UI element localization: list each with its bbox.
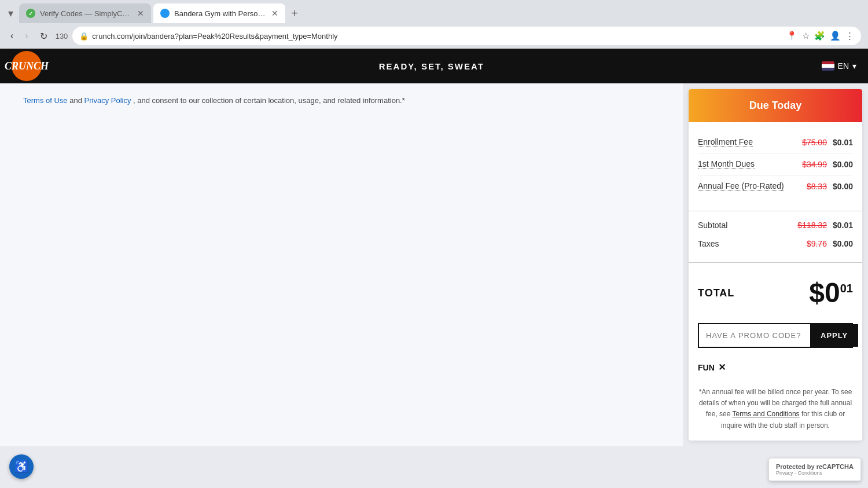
recaptcha-line1: Protected by reCAPTCHA (776, 463, 854, 470)
tab-list-btn[interactable]: ▾ (5, 5, 17, 22)
location-icon[interactable]: 📍 (786, 31, 797, 41)
address-bar[interactable]: 🔒 crunch.com/join/bandera?plan=Peak%20Re… (72, 27, 861, 45)
total-main: $0 (809, 277, 840, 308)
due-today-header: Due Today (689, 89, 862, 122)
subtotal-original: $118.32 (797, 221, 827, 230)
profile-icon[interactable]: 👤 (830, 31, 841, 41)
first-month-dues-label[interactable]: 1st Month Dues (698, 159, 755, 169)
taxes-label: Taxes (698, 239, 719, 248)
promo-code-label: FUN (698, 363, 715, 372)
total-row: TOTAL $001 (698, 272, 853, 314)
site-header: CRUNCH READY, SET, SWEAT EN ▾ (0, 49, 868, 83)
reload-button[interactable]: ↻ (36, 28, 51, 44)
pricing-table: Enrollment Fee $75.00 $0.01 1st Month Du… (689, 122, 862, 206)
body-text: Terms of Use and Privacy Policy , and co… (23, 95, 660, 107)
annual-fee-original: $8.33 (807, 182, 827, 191)
tab-bar: ▾ ✓ Verify Codes — SimplyCodes ✕ Bandera… (0, 0, 868, 23)
accessibility-icon: ♿ (14, 460, 29, 474)
pricing-sidebar: Due Today Enrollment Fee $75.00 $0.01 1s… (689, 89, 862, 441)
promo-code-input[interactable] (699, 324, 810, 347)
accessibility-button[interactable]: ♿ (9, 454, 34, 479)
subtotal-section: Subtotal $118.32 $0.01 Taxes $9.76 $0.00 (689, 216, 862, 258)
address-bar-row: ‹ › ↻ 130 🔒 crunch.com/join/bandera?plan… (0, 23, 868, 49)
first-month-dues-discounted: $0.00 (833, 160, 853, 169)
subtotal-label: Subtotal (698, 221, 727, 230)
consent-text: , and consent to our collection of certa… (133, 96, 405, 105)
annual-fee-values: $8.33 $0.00 (807, 182, 853, 191)
back-button[interactable]: ‹ (7, 28, 17, 43)
divider-2 (689, 262, 862, 263)
extensions-icon[interactable]: 🧩 (814, 31, 825, 41)
browser-chrome: ▾ ✓ Verify Codes — SimplyCodes ✕ Bandera… (0, 0, 868, 49)
tab-bandera-gym[interactable]: Bandera Gym with Personal Tra... ✕ (153, 3, 285, 23)
total-label: TOTAL (698, 287, 734, 299)
first-month-dues-row: 1st Month Dues $34.99 $0.00 (698, 153, 853, 175)
taxes-original: $9.76 (807, 239, 827, 248)
recaptcha-line2: Privacy - Conditions (776, 470, 854, 476)
terms-of-use-link[interactable]: Terms of Use (23, 96, 68, 105)
tab2-label: Bandera Gym with Personal Tra... (174, 9, 267, 18)
address-right-icons: 📍 ☆ 🧩 👤 ⋮ (786, 31, 854, 41)
lang-label: EN (838, 61, 849, 71)
bookmark-icon[interactable]: ☆ (802, 31, 810, 41)
enrollment-fee-original: $75.00 (802, 138, 827, 147)
logo-circle: CRUNCH (12, 51, 42, 81)
subtotal-discounted: $0.01 (833, 221, 853, 230)
promo-input-row: APPLY (698, 323, 853, 348)
tab1-favicon: ✓ (26, 9, 35, 18)
disclaimer: *An annual fee will be billed once per y… (689, 377, 862, 441)
annual-fee-label[interactable]: Annual Fee (Pro-Rated) (698, 181, 784, 191)
enrollment-fee-discounted: $0.01 (833, 138, 853, 147)
header-tagline: READY, SET, SWEAT (379, 61, 484, 71)
total-amount-container: $001 (809, 279, 853, 307)
logo: CRUNCH (12, 51, 42, 81)
taxes-row: Taxes $9.76 $0.00 (698, 234, 853, 253)
disclaimer-text: *An annual fee will be billed once per y… (698, 387, 853, 431)
lock-icon: 🔒 (79, 32, 89, 41)
promo-section: APPLY (689, 323, 862, 357)
enrollment-fee-label[interactable]: Enrollment Fee (698, 137, 753, 147)
enrollment-fee-values: $75.00 $0.01 (802, 138, 853, 147)
content-area: Terms of Use and Privacy Policy , and co… (0, 83, 868, 446)
total-section: TOTAL $001 (689, 267, 862, 323)
taxes-discounted: $0.00 (833, 239, 853, 248)
terms-conditions-link[interactable]: Terms and Conditions (733, 410, 800, 418)
recaptcha-widget: Protected by reCAPTCHA Privacy - Conditi… (768, 458, 861, 481)
left-content: Terms of Use and Privacy Policy , and co… (0, 83, 683, 446)
address-text: crunch.com/join/bandera?plan=Peak%20Resu… (92, 32, 783, 41)
tab1-label: Verify Codes — SimplyCodes (40, 9, 133, 18)
annual-fee-discounted: $0.00 (833, 182, 853, 191)
first-month-dues-original: $34.99 (802, 160, 827, 169)
menu-icon[interactable]: ⋮ (845, 31, 854, 41)
first-month-dues-values: $34.99 $0.00 (802, 160, 853, 169)
subtotal-row: Subtotal $118.32 $0.01 (698, 216, 853, 234)
forward-button[interactable]: › (21, 28, 31, 43)
promo-apply-button[interactable]: APPLY (810, 324, 858, 347)
privacy-policy-link[interactable]: Privacy Policy (84, 96, 131, 105)
tab2-favicon (160, 9, 170, 18)
promo-tag: FUN ✕ (698, 362, 726, 373)
annual-fee-row: Annual Fee (Pro-Rated) $8.33 $0.00 (698, 175, 853, 197)
total-amount: $001 (809, 277, 853, 308)
divider-1 (689, 211, 862, 211)
taxes-values: $9.76 $0.00 (807, 239, 853, 248)
tab2-close[interactable]: ✕ (271, 9, 278, 18)
flag-icon (822, 61, 834, 71)
subtotal-values: $118.32 $0.01 (797, 221, 853, 230)
chevron-down-icon: ▾ (852, 61, 856, 71)
total-sup: 01 (840, 282, 853, 295)
header-right: EN ▾ (822, 61, 856, 71)
tab-verify-codes[interactable]: ✓ Verify Codes — SimplyCodes ✕ (19, 3, 151, 23)
promo-remove-button[interactable]: ✕ (718, 362, 726, 373)
new-tab-button[interactable]: + (288, 7, 301, 20)
tab1-close[interactable]: ✕ (137, 9, 144, 18)
language-selector[interactable]: EN ▾ (822, 61, 856, 71)
due-today-label: Due Today (749, 100, 802, 111)
enrollment-fee-row: Enrollment Fee $75.00 $0.01 (698, 131, 853, 153)
